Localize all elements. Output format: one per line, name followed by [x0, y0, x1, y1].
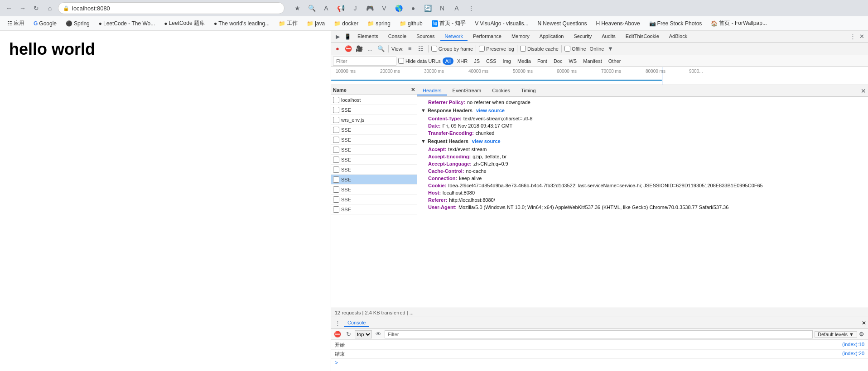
- group-by-frame-checkbox[interactable]: Group by frame: [431, 46, 473, 52]
- reload-button[interactable]: ↻: [31, 3, 42, 14]
- throttle-dropdown-button[interactable]: ▼: [606, 44, 615, 53]
- console-preserve-button[interactable]: ↻: [344, 330, 353, 339]
- filter-other[interactable]: Other: [606, 57, 624, 65]
- row-checkbox-localhost[interactable]: [333, 97, 339, 103]
- tab-sources[interactable]: Sources: [412, 33, 439, 41]
- detail-tab-timing[interactable]: Timing: [516, 86, 541, 95]
- filter-js[interactable]: JS: [471, 57, 482, 65]
- offline-input[interactable]: [564, 46, 570, 52]
- row-checkbox-sse-2[interactable]: [333, 127, 339, 133]
- disable-cache-checkbox[interactable]: Disable cache: [520, 46, 559, 52]
- bookmark-zhihu[interactable]: 知 首页 - 知乎: [428, 18, 470, 29]
- tab-memory[interactable]: Memory: [507, 33, 534, 41]
- bookmark-forwallpaper[interactable]: 🏠 首页 - ForWallpap...: [707, 18, 771, 29]
- detail-tab-headers[interactable]: Headers: [417, 86, 447, 95]
- bookmark-star-button[interactable]: ★: [291, 2, 304, 14]
- console-context-select[interactable]: top: [355, 330, 372, 338]
- console-clear-button[interactable]: ⛔: [333, 330, 342, 339]
- detail-tab-cookies[interactable]: Cookies: [487, 86, 516, 95]
- clear-button[interactable]: ⛔: [344, 44, 353, 53]
- console-source-end[interactable]: (index):20: [842, 351, 864, 356]
- network-row-sse-6[interactable]: SSE: [331, 165, 417, 175]
- bookmark-apps[interactable]: ☷ 应用: [4, 18, 28, 29]
- tab-application[interactable]: Application: [535, 33, 569, 41]
- filter-ws[interactable]: WS: [566, 57, 579, 65]
- tab-elements[interactable]: Elements: [353, 33, 383, 41]
- extension9-button[interactable]: N: [436, 2, 448, 14]
- view-list-button[interactable]: ≡: [405, 44, 415, 53]
- network-row-sse-3[interactable]: SSE: [331, 135, 417, 145]
- bookmark-newest[interactable]: N Newest Questions: [534, 19, 590, 28]
- bookmark-spring[interactable]: ⚫ Spring: [62, 19, 93, 28]
- zoom-button[interactable]: 🔍: [305, 2, 318, 14]
- devtools-more-button[interactable]: ⋮: [848, 32, 857, 41]
- tab-audits[interactable]: Audits: [597, 33, 620, 41]
- network-row-sse-2[interactable]: SSE: [331, 125, 417, 135]
- detail-tab-eventstream[interactable]: EventStream: [447, 86, 487, 95]
- console-menu-button[interactable]: ⋮: [333, 319, 342, 328]
- devtools-device-button[interactable]: 📱: [343, 32, 352, 41]
- request-headers-view-source[interactable]: view source: [472, 138, 501, 144]
- offline-checkbox[interactable]: Offline: [564, 46, 586, 52]
- filter-all[interactable]: All: [443, 57, 453, 65]
- extension10-button[interactable]: A: [450, 2, 463, 14]
- row-checkbox-sse-8[interactable]: [333, 186, 339, 193]
- tab-editthiscookie[interactable]: EditThisCookie: [621, 33, 664, 41]
- filter-button[interactable]: ⎵: [366, 44, 375, 53]
- back-button[interactable]: ←: [4, 3, 14, 14]
- preserve-log-checkbox[interactable]: Preserve log: [479, 46, 514, 52]
- row-checkbox-sse-5[interactable]: [333, 157, 339, 163]
- bookmark-leetcode-ti[interactable]: ● LeetCode 题库: [160, 18, 208, 29]
- row-checkbox-sse-7[interactable]: [333, 176, 339, 183]
- row-checkbox-sse-6[interactable]: [333, 166, 339, 173]
- bookmark-work[interactable]: 📁 工作: [275, 18, 301, 29]
- camera-button[interactable]: 🎥: [355, 44, 364, 53]
- response-headers-section[interactable]: ▼ Response Headers view source: [421, 106, 864, 115]
- filter-input[interactable]: [333, 57, 396, 66]
- console-tab[interactable]: Console: [344, 319, 369, 327]
- row-checkbox-sse-10[interactable]: [333, 206, 339, 213]
- view-detail-button[interactable]: ☷: [416, 44, 425, 53]
- close-detail-button[interactable]: ✕: [411, 87, 415, 93]
- tab-console[interactable]: Console: [384, 33, 411, 41]
- row-checkbox-sse-1[interactable]: [333, 107, 339, 113]
- row-checkbox-wrs[interactable]: [333, 117, 339, 123]
- bookmark-heavens[interactable]: H Heavens-Above: [593, 19, 644, 28]
- hide-data-urls-checkbox[interactable]: Hide data URLs: [398, 58, 441, 64]
- request-headers-section[interactable]: ▼ Request Headers view source: [421, 137, 864, 146]
- bookmark-google[interactable]: G Google: [30, 19, 60, 28]
- bookmark-visualgo[interactable]: V VisuAlgo - visualis...: [471, 19, 532, 28]
- bookmark-world[interactable]: ● The world's leading...: [210, 19, 273, 28]
- filter-doc[interactable]: Doc: [551, 57, 565, 65]
- extension1-button[interactable]: A: [320, 2, 333, 14]
- hide-data-urls-input[interactable]: [398, 58, 404, 64]
- filter-img[interactable]: Img: [500, 57, 514, 65]
- tab-network[interactable]: Network: [440, 33, 468, 41]
- devtools-inspect-button[interactable]: ▶: [333, 32, 342, 41]
- network-row-sse-8[interactable]: SSE: [331, 185, 417, 195]
- console-filter-input[interactable]: [385, 330, 813, 338]
- network-row-sse-5[interactable]: SSE: [331, 155, 417, 165]
- extension8-button[interactable]: 🔄: [421, 2, 434, 14]
- network-row-sse-10[interactable]: SSE: [331, 205, 417, 214]
- filter-media[interactable]: Media: [515, 57, 534, 65]
- filter-xhr[interactable]: XHR: [454, 57, 470, 65]
- forward-button[interactable]: →: [17, 3, 28, 14]
- bookmark-spring2[interactable]: 📁 spring: [364, 19, 394, 28]
- extension5-button[interactable]: V: [378, 2, 391, 14]
- filter-manifest[interactable]: Manifest: [580, 57, 605, 65]
- network-row-sse-1[interactable]: SSE: [331, 105, 417, 115]
- preserve-log-input[interactable]: [479, 46, 485, 52]
- more-button[interactable]: ⋮: [465, 2, 477, 14]
- console-eye-button[interactable]: 👁: [374, 330, 383, 339]
- home-button[interactable]: ⌂: [44, 3, 55, 14]
- extension6-button[interactable]: 🌎: [392, 2, 405, 14]
- search-button[interactable]: 🔍: [376, 44, 386, 53]
- group-by-frame-input[interactable]: [431, 46, 437, 52]
- response-headers-view-source[interactable]: view source: [476, 108, 505, 113]
- disable-cache-input[interactable]: [520, 46, 526, 52]
- network-row-sse-7[interactable]: SSE: [331, 175, 417, 185]
- extension4-button[interactable]: 🎮: [363, 2, 376, 14]
- devtools-close-button[interactable]: ✕: [857, 32, 866, 41]
- bookmark-leetcode-the[interactable]: ● LeetCode - The Wo...: [95, 19, 159, 28]
